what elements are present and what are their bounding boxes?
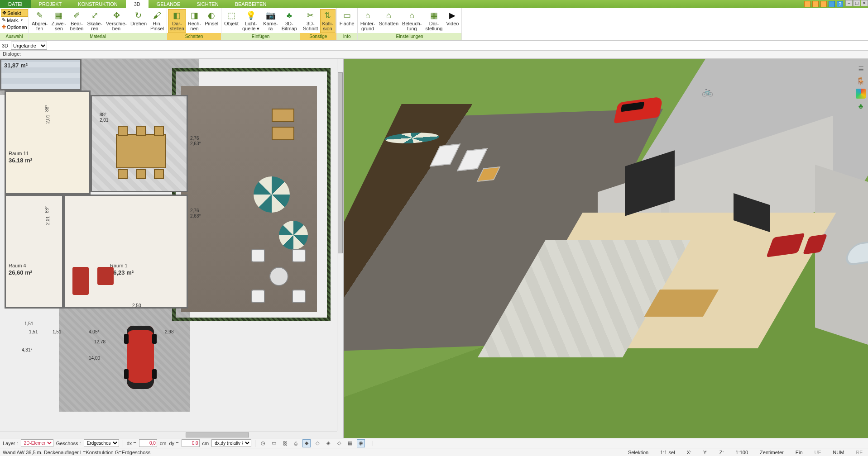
dim-label: 1,51 — [29, 329, 38, 334]
2d-scrollbar-horizontal[interactable] — [0, 432, 337, 438]
3d-view[interactable]: 🚲 ≣ 🪑 ♣ — [344, 59, 868, 438]
selekt-toggle[interactable]: ✥ Selekt — [1, 9, 28, 17]
dining-chair-2d[interactable] — [118, 169, 128, 179]
group-material-label: Material — [29, 33, 167, 40]
umbrella-1-2d[interactable] — [254, 176, 290, 213]
tab-konstruktion[interactable]: KONSTRUKTION — [70, 0, 125, 8]
bicycle-3d[interactable]: 🚲 — [702, 86, 713, 97]
umbrella-2-2d[interactable] — [279, 221, 308, 250]
einfuegen-objekt-button[interactable]: ⬚ Objekt — [222, 9, 240, 33]
bench-1-2d[interactable] — [272, 109, 294, 122]
tree-panel-icon[interactable]: ♣ — [856, 101, 866, 111]
material-zuweisen-button[interactable]: ▦ Zuwei-sen — [49, 9, 68, 33]
patio-set-2d[interactable] — [251, 249, 306, 303]
scrollbar-thumb[interactable] — [338, 72, 343, 253]
group-info-label: Info — [337, 33, 357, 40]
status-uf: UF — [812, 450, 824, 455]
schatten-rechnen-button[interactable]: ◨ Rech-nen — [186, 9, 203, 33]
bench-2-2d[interactable] — [272, 127, 294, 140]
dining-chair-2d[interactable] — [136, 169, 146, 179]
house-3d[interactable] — [489, 122, 833, 375]
driveway-2d — [59, 308, 190, 412]
optionen-button[interactable]: ✚ Optionen — [1, 24, 28, 30]
dining-chair-2d[interactable] — [154, 169, 164, 179]
material-bearbeiten-button[interactable]: ✐ Bear-beiten — [68, 9, 85, 33]
2d-scrollbar-vertical[interactable] — [337, 59, 343, 431]
material-hinpinsel-button[interactable]: 🖌 Hin.Pinsel — [149, 9, 166, 33]
einfuegen-kamera-button[interactable]: 📷 Kame-ra — [261, 9, 279, 33]
brush-icon: 🖌 — [152, 10, 163, 21]
layers-icon[interactable]: ≣ — [856, 63, 866, 73]
quick-icon-3[interactable] — [820, 1, 827, 7]
grid-icon[interactable]: ▦ — [346, 439, 354, 447]
snap-a-icon[interactable]: ◆ — [302, 439, 311, 447]
minimize-button[interactable]: – — [845, 0, 853, 6]
tab-gelaende[interactable]: GELÄNDE — [149, 0, 189, 8]
snap-b-icon[interactable]: ◇ — [313, 439, 321, 447]
dialoge-bar: Dialoge: — [0, 51, 868, 59]
einst-schatten-button[interactable]: ⌂ Schatten — [377, 9, 400, 33]
tab-bearbeiten[interactable]: BEARBEITEN — [227, 0, 275, 8]
furniture-icon[interactable]: 🪑 — [856, 76, 866, 86]
tab-sichten[interactable]: SICHTEN — [188, 0, 226, 8]
quick-icon-1[interactable] — [804, 1, 810, 7]
coord-mode-dropdown[interactable]: dx,dy (relativ ka — [211, 439, 251, 447]
snap-d-icon[interactable]: ◇ — [335, 439, 343, 447]
info-flaeche-button[interactable]: ▭ Fläche — [338, 9, 356, 33]
plus-icon: ✚ — [2, 24, 6, 30]
schatten-pinsel-button[interactable]: ◐ Pinsel — [203, 9, 220, 33]
material-abgreifen-button[interactable]: ✎ Abgrei-fen — [30, 9, 49, 33]
einfuegen-lichtquelle-button[interactable]: 💡 Licht-quelle ▾ — [240, 9, 261, 33]
sofa-2d[interactable] — [72, 267, 89, 295]
clock-icon[interactable]: ◷ — [259, 439, 267, 447]
help-icon[interactable]: ? — [837, 1, 843, 7]
2d-plan-view[interactable]: 31,87 m² Raum 11 36,18 m² Raum 3 45,42 m… — [0, 59, 344, 438]
tree-icon: ♣ — [284, 10, 295, 21]
sonstige-3dschnitt-button[interactable]: ✂ 3D-Schnitt — [301, 9, 320, 33]
material-verschieben-button[interactable]: ✥ Verschie-ben — [104, 9, 129, 33]
layer-dropdown[interactable]: 2D-Elemen — [21, 439, 53, 447]
einfuegen-3dbitmap-button[interactable]: ♣ 3D-Bitmap — [280, 9, 299, 33]
snap-e-icon[interactable]: ◉ — [357, 439, 365, 447]
scrollbar-thumb[interactable] — [186, 432, 249, 437]
unit-cm-1: cm — [160, 441, 167, 446]
tab-datei[interactable]: DATEI — [0, 0, 31, 8]
dining-table-2d[interactable] — [116, 134, 166, 168]
schatten-darstellen-button[interactable]: ◧ Dar-stellen — [168, 9, 186, 33]
armchair-2d[interactable] — [97, 267, 114, 285]
dining-chair-2d[interactable] — [154, 126, 164, 136]
dining-chair-2d[interactable] — [118, 126, 128, 136]
quick-icon-2[interactable] — [812, 1, 819, 7]
link-icon[interactable]: ⛓ — [281, 439, 289, 447]
dx-input[interactable] — [139, 439, 157, 447]
screen-icon[interactable]: ▭ — [270, 439, 278, 447]
material-skalieren-button[interactable]: ⤢ Skalie-ren — [85, 9, 104, 33]
layer-select[interactable]: Urgelände — [11, 42, 47, 50]
dy-input[interactable] — [182, 439, 200, 447]
quick-icon-4[interactable] — [829, 1, 835, 7]
maximize-button[interactable]: ▢ — [853, 0, 860, 6]
cube-shadow-icon: ◧ — [172, 10, 182, 21]
einst-video-button[interactable]: ▶ Video — [444, 9, 460, 33]
material-drehen-button[interactable]: ↻ Drehen — [129, 9, 149, 33]
rotate-icon: ↻ — [133, 10, 144, 21]
dining-chair-2d[interactable] — [136, 126, 146, 136]
car-2d[interactable] — [127, 326, 154, 389]
room-4[interactable]: Raum 4 26,60 m² — [5, 195, 63, 309]
room-top[interactable]: 31,87 m² — [0, 59, 82, 90]
palette-icon[interactable] — [856, 89, 866, 99]
einst-hintergrund-button[interactable]: ⌂ Hinter-grund — [359, 9, 377, 33]
einst-darstellung-button[interactable]: ▦ Dar-stellung — [424, 9, 445, 33]
status-sel-ratio: 1:1 sel — [657, 450, 677, 455]
print-icon[interactable]: ⎙ — [292, 439, 300, 447]
geschoss-dropdown[interactable]: Erdgeschos — [84, 439, 119, 447]
close-button[interactable]: ✕ — [861, 0, 868, 6]
info-bar-icon[interactable]: ❘ — [368, 439, 376, 447]
tab-3d[interactable]: 3D — [126, 0, 149, 8]
mark-dropdown[interactable]: ✎ Mark. ▼ — [1, 17, 28, 24]
sonstige-kollision-button[interactable]: ⇅ Kolli-sion — [320, 9, 336, 33]
einst-beleuchtung-button[interactable]: ⌂ Beleuch-tung — [400, 9, 423, 33]
workspace: 31,87 m² Raum 11 36,18 m² Raum 3 45,42 m… — [0, 59, 868, 438]
snap-c-icon[interactable]: ◈ — [324, 439, 332, 447]
tab-projekt[interactable]: PROJEKT — [31, 0, 70, 8]
